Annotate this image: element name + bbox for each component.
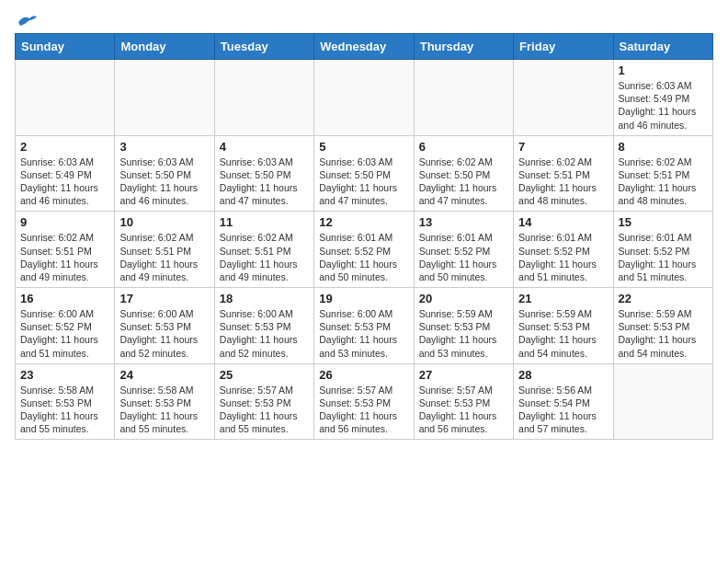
calendar-week-row: 16Sunrise: 6:00 AMSunset: 5:52 PMDayligh… [16,288,713,364]
day-number: 16 [20,292,109,305]
header-saturday: Saturday [613,34,712,60]
day-number: 27 [419,368,508,382]
calendar-day-cell: 24Sunrise: 5:58 AMSunset: 5:53 PMDayligh… [115,363,214,440]
day-number: 11 [220,215,309,229]
day-number: 10 [119,215,209,229]
day-info: Sunrise: 5:59 AMSunset: 5:53 PMDaylight:… [518,307,608,360]
day-number: 12 [319,215,408,229]
calendar-day-cell: 28Sunrise: 5:56 AMSunset: 5:54 PMDayligh… [514,363,613,440]
calendar-day-cell: 13Sunrise: 6:01 AMSunset: 5:52 PMDayligh… [414,212,513,288]
day-number: 23 [20,368,109,382]
day-number: 3 [119,140,209,154]
day-info: Sunrise: 6:01 AMSunset: 5:52 PMDaylight:… [518,231,608,283]
day-info: Sunrise: 5:59 AMSunset: 5:53 PMDaylight:… [419,307,508,360]
header-monday: Monday [115,34,214,60]
calendar-day-cell: 5Sunrise: 6:03 AMSunset: 5:50 PMDaylight… [314,135,414,212]
calendar-day-cell: 3Sunrise: 6:03 AMSunset: 5:50 PMDaylight… [115,135,214,212]
calendar-header-row: SundayMondayTuesdayWednesdayThursdayFrid… [16,34,713,60]
day-number: 25 [220,368,309,382]
day-info: Sunrise: 6:01 AMSunset: 5:52 PMDaylight:… [419,231,508,283]
day-info: Sunrise: 6:01 AMSunset: 5:52 PMDaylight:… [319,231,408,283]
page-header [15,15,713,26]
day-number: 13 [419,215,508,229]
day-info: Sunrise: 6:02 AMSunset: 5:51 PMDaylight:… [619,155,708,208]
day-number: 28 [518,368,608,382]
day-info: Sunrise: 6:03 AMSunset: 5:49 PMDaylight:… [619,79,708,132]
calendar-day-cell [314,60,414,136]
calendar-day-cell [414,60,513,136]
day-info: Sunrise: 6:03 AMSunset: 5:50 PMDaylight:… [319,155,408,208]
calendar-day-cell: 16Sunrise: 6:00 AMSunset: 5:52 PMDayligh… [16,288,115,364]
day-info: Sunrise: 5:57 AMSunset: 5:53 PMDaylight:… [419,384,508,436]
calendar-day-cell: 15Sunrise: 6:01 AMSunset: 5:52 PMDayligh… [613,212,712,288]
day-number: 8 [619,140,708,154]
calendar-day-cell: 7Sunrise: 6:02 AMSunset: 5:51 PMDaylight… [514,135,613,212]
calendar-day-cell: 18Sunrise: 6:00 AMSunset: 5:53 PMDayligh… [214,288,313,364]
day-number: 20 [419,292,508,305]
day-info: Sunrise: 6:03 AMSunset: 5:50 PMDaylight:… [119,155,209,208]
header-friday: Friday [514,34,613,60]
calendar-week-row: 2Sunrise: 6:03 AMSunset: 5:49 PMDaylight… [16,135,713,212]
header-tuesday: Tuesday [214,34,313,60]
day-number: 14 [518,215,608,229]
day-info: Sunrise: 6:00 AMSunset: 5:53 PMDaylight:… [119,307,209,360]
calendar-day-cell: 25Sunrise: 5:57 AMSunset: 5:53 PMDayligh… [214,363,313,440]
logo-bird-icon [17,13,37,29]
day-info: Sunrise: 5:57 AMSunset: 5:53 PMDaylight:… [220,384,309,436]
calendar-day-cell: 20Sunrise: 5:59 AMSunset: 5:53 PMDayligh… [414,288,513,364]
calendar-week-row: 9Sunrise: 6:02 AMSunset: 5:51 PMDaylight… [16,212,713,288]
calendar-day-cell [16,60,115,136]
day-number: 17 [119,292,209,305]
day-number: 1 [619,63,708,77]
day-number: 7 [518,140,608,154]
calendar-day-cell [514,60,613,136]
calendar-day-cell [613,363,712,440]
calendar-day-cell: 19Sunrise: 6:00 AMSunset: 5:53 PMDayligh… [314,288,414,364]
calendar-day-cell: 14Sunrise: 6:01 AMSunset: 5:52 PMDayligh… [514,212,613,288]
calendar-table: SundayMondayTuesdayWednesdayThursdayFrid… [15,33,713,440]
calendar-day-cell: 6Sunrise: 6:02 AMSunset: 5:50 PMDaylight… [414,135,513,212]
day-number: 19 [319,292,408,305]
day-info: Sunrise: 6:03 AMSunset: 5:49 PMDaylight:… [20,155,109,208]
day-info: Sunrise: 6:00 AMSunset: 5:53 PMDaylight:… [220,307,309,360]
header-wednesday: Wednesday [314,34,414,60]
calendar-day-cell [115,60,214,136]
day-info: Sunrise: 5:56 AMSunset: 5:54 PMDaylight:… [518,384,608,436]
day-number: 24 [119,368,209,382]
calendar-day-cell: 11Sunrise: 6:02 AMSunset: 5:51 PMDayligh… [214,212,313,288]
day-info: Sunrise: 6:02 AMSunset: 5:51 PMDaylight:… [119,231,209,283]
day-info: Sunrise: 6:02 AMSunset: 5:51 PMDaylight:… [20,231,109,283]
calendar-day-cell: 12Sunrise: 6:01 AMSunset: 5:52 PMDayligh… [314,212,414,288]
day-info: Sunrise: 5:59 AMSunset: 5:53 PMDaylight:… [619,307,708,360]
calendar-week-row: 23Sunrise: 5:58 AMSunset: 5:53 PMDayligh… [16,363,713,440]
logo [15,15,37,26]
calendar-day-cell: 26Sunrise: 5:57 AMSunset: 5:53 PMDayligh… [314,363,414,440]
day-number: 21 [518,292,608,305]
day-info: Sunrise: 6:00 AMSunset: 5:53 PMDaylight:… [319,307,408,360]
day-info: Sunrise: 5:58 AMSunset: 5:53 PMDaylight:… [119,384,209,436]
day-info: Sunrise: 5:57 AMSunset: 5:53 PMDaylight:… [319,384,408,436]
calendar-day-cell: 17Sunrise: 6:00 AMSunset: 5:53 PMDayligh… [115,288,214,364]
calendar-day-cell: 4Sunrise: 6:03 AMSunset: 5:50 PMDaylight… [214,135,313,212]
header-sunday: Sunday [16,34,115,60]
calendar-week-row: 1Sunrise: 6:03 AMSunset: 5:49 PMDaylight… [16,60,713,136]
day-info: Sunrise: 6:00 AMSunset: 5:52 PMDaylight:… [20,307,109,360]
day-number: 2 [20,140,109,154]
calendar-day-cell: 10Sunrise: 6:02 AMSunset: 5:51 PMDayligh… [115,212,214,288]
day-number: 22 [619,292,708,305]
calendar-day-cell: 23Sunrise: 5:58 AMSunset: 5:53 PMDayligh… [16,363,115,440]
calendar-day-cell: 9Sunrise: 6:02 AMSunset: 5:51 PMDaylight… [16,212,115,288]
day-info: Sunrise: 6:02 AMSunset: 5:50 PMDaylight:… [419,155,508,208]
header-thursday: Thursday [414,34,513,60]
day-number: 5 [319,140,408,154]
day-number: 6 [419,140,508,154]
day-number: 18 [220,292,309,305]
calendar-day-cell: 8Sunrise: 6:02 AMSunset: 5:51 PMDaylight… [613,135,712,212]
day-info: Sunrise: 6:02 AMSunset: 5:51 PMDaylight:… [518,155,608,208]
calendar-day-cell: 27Sunrise: 5:57 AMSunset: 5:53 PMDayligh… [414,363,513,440]
calendar-day-cell: 1Sunrise: 6:03 AMSunset: 5:49 PMDaylight… [613,60,712,136]
day-number: 4 [220,140,309,154]
day-info: Sunrise: 5:58 AMSunset: 5:53 PMDaylight:… [20,384,109,436]
calendar-day-cell [214,60,313,136]
day-number: 26 [319,368,408,382]
